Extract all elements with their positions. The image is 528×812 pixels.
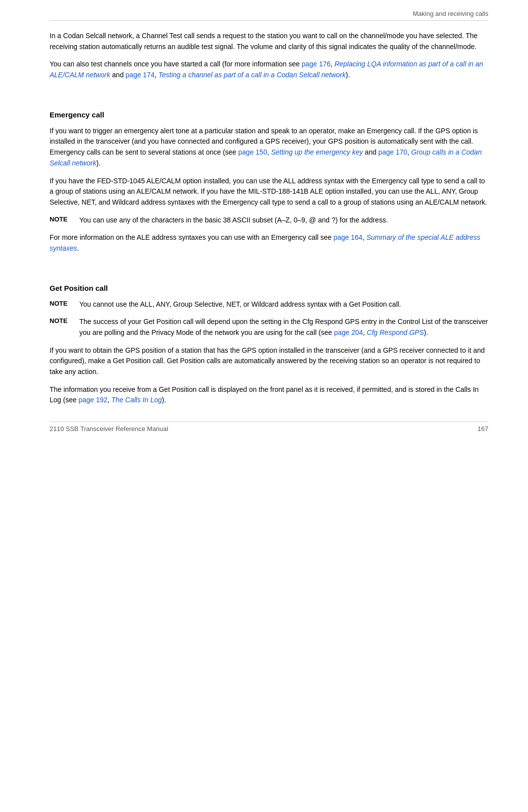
note-3-text: The success of your Get Position call wi…: [79, 317, 488, 338]
p5-start: For more information on the ALE address …: [50, 233, 334, 241]
p3-mid: and: [363, 148, 378, 156]
p2-sep2: ,: [155, 71, 159, 79]
paragraph-7: The information you receive from a Get P…: [50, 384, 488, 406]
p2-end: ).: [346, 71, 350, 79]
paragraph-4: If you have the FED-STD-1045 ALE/CALM op…: [50, 176, 488, 208]
paragraph-6: If you want to obtain the GPS position o…: [50, 345, 488, 378]
p5-sep: ,: [362, 233, 366, 241]
heading-emergency: Emergency call: [50, 110, 488, 119]
link-page-192[interactable]: page 192: [78, 396, 107, 404]
link-page-170[interactable]: page 170: [378, 148, 407, 156]
p5-end: .: [77, 244, 79, 252]
link-page-204[interactable]: page 204: [334, 328, 363, 336]
p2-sep1: ,: [331, 60, 335, 68]
link-setting-emergency[interactable]: Setting up the emergency key: [271, 148, 363, 156]
p3-end: ).: [96, 159, 101, 167]
paragraph-1: In a Codan Selcall network, a Channel Te…: [50, 31, 488, 52]
link-page-164[interactable]: page 164: [334, 233, 362, 241]
link-page-150[interactable]: page 150: [238, 148, 267, 156]
footer-right: 167: [477, 425, 488, 433]
spacer-2: [50, 261, 488, 269]
p2-start: You can also test channels once you have…: [50, 60, 301, 68]
note-block-1: NOTE You can use any of the characters i…: [50, 215, 488, 226]
paragraph-2: You can also test channels once you have…: [50, 59, 488, 80]
note-2-text: You cannot use the ALL, ANY, Group Selec…: [79, 299, 488, 310]
note-1-label: NOTE: [50, 215, 79, 223]
note-block-3: NOTE The success of your Get Position ca…: [50, 317, 488, 338]
spacer-1: [50, 88, 488, 96]
note-3-label: NOTE: [50, 317, 79, 325]
note-2-label: NOTE: [50, 299, 79, 307]
p1-text: In a Codan Selcall network, a Channel Te…: [50, 32, 477, 51]
link-calls-in-log[interactable]: The Calls In Log: [112, 396, 162, 404]
header-text: Making and receiving calls: [413, 10, 488, 17]
page-footer: 2110 SSB Transceiver Reference Manual 16…: [50, 422, 488, 433]
paragraph-5: For more information on the ALE address …: [50, 232, 488, 254]
link-testing-channel[interactable]: Testing a channel as part of a call in a…: [159, 71, 346, 79]
page-header: Making and receiving calls: [50, 10, 488, 21]
p7-sep: ,: [108, 396, 112, 404]
note-1-text: You can use any of the characters in the…: [79, 215, 488, 226]
paragraph-3: If you want to trigger an emergency aler…: [50, 126, 488, 169]
note-block-2: NOTE You cannot use the ALL, ANY, Group …: [50, 299, 488, 310]
footer-left: 2110 SSB Transceiver Reference Manual: [50, 425, 168, 433]
link-page-176[interactable]: page 176: [301, 60, 330, 68]
p3-sep1: ,: [267, 148, 271, 156]
p7-end: ).: [162, 396, 167, 404]
note3-sep: ,: [363, 328, 367, 336]
p2-mid: and: [110, 71, 125, 79]
note3-text-end: ).: [424, 328, 428, 336]
heading-getpos: Get Position call: [50, 284, 488, 292]
link-page-174[interactable]: page 174: [125, 71, 154, 79]
link-cfg-respond-gps[interactable]: Cfg Respond GPS: [367, 328, 424, 336]
